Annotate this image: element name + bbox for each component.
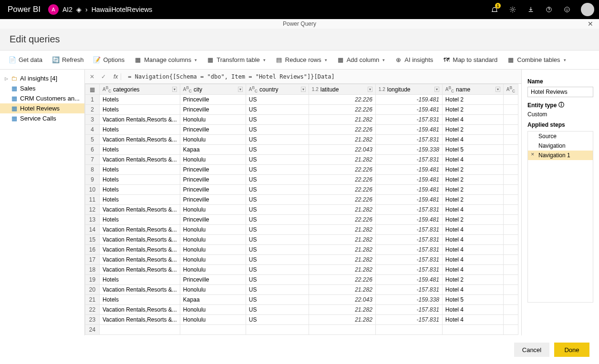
cell[interactable] [503, 325, 518, 335]
cell[interactable]: Hotels [100, 105, 180, 115]
cell[interactable]: -159.481 [375, 95, 442, 105]
cell[interactable]: 21.282 [309, 135, 375, 145]
cell[interactable]: Hotel 4 [442, 205, 503, 215]
cell[interactable]: -157.831 [375, 315, 442, 325]
row-number[interactable]: 11 [85, 195, 100, 205]
get-data-button[interactable]: 📄Get data [5, 54, 46, 66]
cell[interactable]: US [246, 285, 309, 295]
cell[interactable]: Princeville [180, 185, 246, 195]
table-row[interactable]: 16Vacation Rentals,Resorts &...HonoluluU… [85, 245, 518, 255]
cell[interactable]: US [246, 165, 309, 175]
column-header[interactable]: 1.2longitude▾ [375, 84, 442, 95]
row-number[interactable]: 14 [85, 225, 100, 235]
applied-step[interactable]: Navigation 1 [528, 151, 593, 160]
column-header[interactable]: ABCcountry▾ [246, 84, 309, 95]
query-name-input[interactable] [527, 87, 593, 97]
cell[interactable]: Hotel 2 [442, 275, 503, 285]
cell[interactable] [503, 145, 518, 155]
cell[interactable]: Vacation Rentals,Resorts &... [100, 205, 180, 215]
table-row[interactable]: 24 [85, 325, 518, 335]
cell[interactable] [503, 275, 518, 285]
ai-insights-button[interactable]: ⊕AI insights [391, 54, 437, 66]
info-icon[interactable]: ⓘ [558, 101, 564, 109]
cell[interactable]: 22.226 [309, 195, 375, 205]
cell[interactable] [375, 325, 442, 335]
row-number[interactable]: 21 [85, 295, 100, 305]
row-number[interactable]: 20 [85, 285, 100, 295]
cell[interactable]: Princeville [180, 215, 246, 225]
cell[interactable]: US [246, 155, 309, 165]
applied-step[interactable]: Navigation [528, 141, 593, 151]
row-number[interactable]: 2 [85, 105, 100, 115]
cell[interactable]: Hotels [100, 295, 180, 305]
cell[interactable]: Vacation Rentals,Resorts &... [100, 265, 180, 275]
cell[interactable]: Vacation Rentals,Resorts &... [100, 305, 180, 315]
cell[interactable]: Princeville [180, 105, 246, 115]
cell[interactable]: 21.282 [309, 115, 375, 125]
cell[interactable] [503, 245, 518, 255]
cell[interactable]: Honolulu [180, 205, 246, 215]
cell[interactable]: Hotel 2 [442, 95, 503, 105]
refresh-button[interactable]: 🔄Refresh [48, 54, 88, 66]
row-number[interactable]: 4 [85, 125, 100, 135]
cell[interactable]: Hotels [100, 195, 180, 205]
cell[interactable]: Kapaa [180, 295, 246, 305]
table-row[interactable]: 10HotelsPrincevilleUS22.226-159.481Hotel… [85, 185, 518, 195]
cell[interactable]: Honolulu [180, 245, 246, 255]
cell[interactable]: Princeville [180, 95, 246, 105]
cell[interactable]: US [246, 125, 309, 135]
cell[interactable] [503, 265, 518, 275]
column-header[interactable]: ABC [503, 84, 518, 95]
query-item[interactable]: ▦Hotel Reviews [0, 103, 84, 113]
cell[interactable]: US [246, 245, 309, 255]
cell[interactable]: Honolulu [180, 115, 246, 125]
row-number[interactable]: 10 [85, 185, 100, 195]
cell[interactable] [246, 325, 309, 335]
table-row[interactable]: 21HotelsKapaaUS22.043-159.338Hotel 5 [85, 295, 518, 305]
cell[interactable]: -159.481 [375, 165, 442, 175]
column-filter-icon[interactable]: ▾ [301, 87, 306, 92]
column-filter-icon[interactable]: ▾ [496, 87, 500, 92]
cell[interactable] [503, 105, 518, 115]
user-avatar[interactable] [581, 3, 594, 16]
cell[interactable]: Hotel 2 [442, 165, 503, 175]
cell[interactable]: Hotel 4 [442, 115, 503, 125]
cell[interactable]: Hotel 4 [442, 155, 503, 165]
table-row[interactable]: 12Vacation Rentals,Resorts &...HonoluluU… [85, 205, 518, 215]
cell[interactable] [503, 225, 518, 235]
cell[interactable] [180, 325, 246, 335]
cell[interactable]: Vacation Rentals,Resorts &... [100, 115, 180, 125]
cell[interactable]: 22.226 [309, 215, 375, 225]
cell[interactable]: 21.282 [309, 205, 375, 215]
cell[interactable]: 22.226 [309, 165, 375, 175]
column-filter-icon[interactable]: ▾ [434, 87, 439, 92]
cell[interactable]: Hotel 4 [442, 315, 503, 325]
transform-table-button[interactable]: ▦Transform table▾ [203, 54, 269, 66]
row-number[interactable]: 17 [85, 255, 100, 265]
row-number[interactable]: 22 [85, 305, 100, 315]
cell[interactable]: Honolulu [180, 285, 246, 295]
cell[interactable] [503, 255, 518, 265]
cell[interactable] [503, 185, 518, 195]
cell[interactable]: 21.282 [309, 265, 375, 275]
cell[interactable]: Hotel 5 [442, 295, 503, 305]
table-row[interactable]: 2HotelsPrincevilleUS22.226-159.481Hotel … [85, 105, 518, 115]
cell[interactable] [503, 175, 518, 185]
cell[interactable]: US [246, 255, 309, 265]
cell[interactable]: Hotel 4 [442, 245, 503, 255]
cell[interactable]: Hotel 2 [442, 185, 503, 195]
options-button[interactable]: 📝Options [89, 54, 128, 66]
cell[interactable]: US [246, 175, 309, 185]
cell[interactable]: Vacation Rentals,Resorts &... [100, 285, 180, 295]
column-filter-icon[interactable]: ▾ [238, 87, 243, 92]
cell[interactable]: US [246, 145, 309, 155]
table-row[interactable]: 5Vacation Rentals,Resorts &...HonoluluUS… [85, 135, 518, 145]
cell[interactable]: -159.481 [375, 105, 442, 115]
cell[interactable]: Hotel 4 [442, 225, 503, 235]
cell[interactable] [503, 315, 518, 325]
table-row[interactable]: 6HotelsKapaaUS22.043-159.338Hotel 5 [85, 145, 518, 155]
cell[interactable]: 21.282 [309, 305, 375, 315]
cell[interactable]: 22.226 [309, 105, 375, 115]
cell[interactable]: US [246, 275, 309, 285]
cell[interactable]: -159.338 [375, 295, 442, 305]
